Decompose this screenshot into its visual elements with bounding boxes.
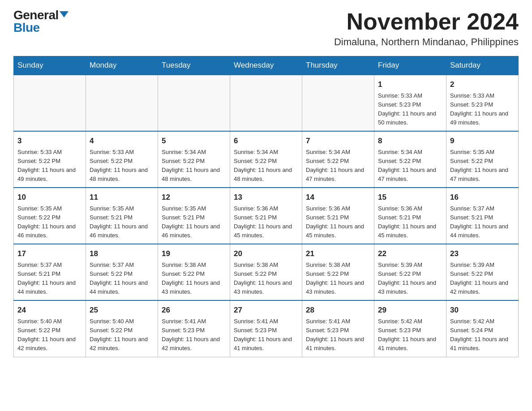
day-number: 17	[17, 248, 82, 260]
day-number: 9	[450, 135, 515, 147]
day-number: 28	[306, 304, 370, 316]
day-info: Sunrise: 5:33 AMSunset: 5:22 PMDaylight:…	[90, 148, 154, 184]
calendar-cell: 21Sunrise: 5:38 AMSunset: 5:22 PMDayligh…	[302, 244, 374, 300]
week-row-1: 1Sunrise: 5:33 AMSunset: 5:23 PMDaylight…	[14, 75, 519, 131]
header-friday: Friday	[374, 56, 446, 75]
header: General Blue November 2024 Dimaluna, Nor…	[13, 9, 519, 48]
week-row-3: 10Sunrise: 5:35 AMSunset: 5:22 PMDayligh…	[14, 188, 519, 244]
calendar-cell	[302, 75, 374, 131]
header-tuesday: Tuesday	[158, 56, 230, 75]
day-number: 2	[450, 79, 515, 90]
header-monday: Monday	[86, 56, 158, 75]
day-number: 10	[17, 192, 82, 203]
day-info: Sunrise: 5:41 AMSunset: 5:23 PMDaylight:…	[234, 317, 298, 353]
calendar-cell: 12Sunrise: 5:35 AMSunset: 5:21 PMDayligh…	[158, 188, 230, 244]
day-number: 24	[17, 304, 82, 316]
title-area: November 2024 Dimaluna, Northern Mindana…	[334, 9, 519, 48]
day-info: Sunrise: 5:41 AMSunset: 5:23 PMDaylight:…	[306, 317, 370, 353]
day-info: Sunrise: 5:35 AMSunset: 5:22 PMDaylight:…	[450, 148, 515, 184]
calendar-cell: 28Sunrise: 5:41 AMSunset: 5:23 PMDayligh…	[302, 300, 374, 357]
calendar-cell: 23Sunrise: 5:39 AMSunset: 5:22 PMDayligh…	[446, 244, 519, 300]
calendar-cell: 3Sunrise: 5:33 AMSunset: 5:22 PMDaylight…	[14, 131, 86, 188]
calendar-cell	[86, 75, 158, 131]
day-info: Sunrise: 5:42 AMSunset: 5:24 PMDaylight:…	[450, 317, 515, 353]
day-info: Sunrise: 5:36 AMSunset: 5:21 PMDaylight:…	[234, 204, 298, 240]
calendar-cell	[158, 75, 230, 131]
day-number: 29	[378, 304, 442, 316]
day-info: Sunrise: 5:37 AMSunset: 5:21 PMDaylight:…	[17, 261, 82, 297]
calendar-cell: 11Sunrise: 5:35 AMSunset: 5:21 PMDayligh…	[86, 188, 158, 244]
day-info: Sunrise: 5:33 AMSunset: 5:22 PMDaylight:…	[17, 148, 82, 184]
day-number: 1	[378, 79, 442, 90]
day-number: 22	[378, 248, 442, 260]
calendar-cell: 22Sunrise: 5:39 AMSunset: 5:22 PMDayligh…	[374, 244, 446, 300]
day-info: Sunrise: 5:35 AMSunset: 5:21 PMDaylight:…	[162, 204, 226, 240]
day-number: 15	[378, 192, 442, 203]
header-wednesday: Wednesday	[230, 56, 302, 75]
calendar-cell: 8Sunrise: 5:34 AMSunset: 5:22 PMDaylight…	[374, 131, 446, 188]
day-number: 14	[306, 192, 370, 203]
header-saturday: Saturday	[446, 56, 519, 75]
week-row-4: 17Sunrise: 5:37 AMSunset: 5:21 PMDayligh…	[14, 244, 519, 300]
logo-triangle-icon	[60, 11, 69, 17]
calendar-cell: 17Sunrise: 5:37 AMSunset: 5:21 PMDayligh…	[14, 244, 86, 300]
day-info: Sunrise: 5:36 AMSunset: 5:21 PMDaylight:…	[378, 204, 442, 240]
day-info: Sunrise: 5:42 AMSunset: 5:23 PMDaylight:…	[378, 317, 442, 353]
day-number: 12	[162, 192, 226, 203]
logo-blue: Blue	[13, 21, 40, 34]
calendar-cell	[14, 75, 86, 131]
day-info: Sunrise: 5:34 AMSunset: 5:22 PMDaylight:…	[378, 148, 442, 184]
calendar-cell: 5Sunrise: 5:34 AMSunset: 5:22 PMDaylight…	[158, 131, 230, 188]
week-row-2: 3Sunrise: 5:33 AMSunset: 5:22 PMDaylight…	[14, 131, 519, 188]
day-info: Sunrise: 5:34 AMSunset: 5:22 PMDaylight:…	[162, 148, 226, 184]
day-number: 25	[90, 304, 154, 316]
logo-general: General	[13, 9, 59, 21]
calendar-cell: 24Sunrise: 5:40 AMSunset: 5:22 PMDayligh…	[14, 300, 86, 357]
day-info: Sunrise: 5:36 AMSunset: 5:21 PMDaylight:…	[306, 204, 370, 240]
day-number: 18	[90, 248, 154, 260]
calendar-cell: 10Sunrise: 5:35 AMSunset: 5:22 PMDayligh…	[14, 188, 86, 244]
day-number: 16	[450, 192, 515, 203]
day-info: Sunrise: 5:37 AMSunset: 5:22 PMDaylight:…	[90, 261, 154, 297]
day-number: 30	[450, 304, 515, 316]
calendar-cell: 26Sunrise: 5:41 AMSunset: 5:23 PMDayligh…	[158, 300, 230, 357]
day-info: Sunrise: 5:35 AMSunset: 5:21 PMDaylight:…	[90, 204, 154, 240]
calendar-table: SundayMondayTuesdayWednesdayThursdayFrid…	[13, 56, 519, 357]
day-info: Sunrise: 5:37 AMSunset: 5:21 PMDaylight:…	[450, 204, 515, 240]
day-number: 20	[234, 248, 298, 260]
day-info: Sunrise: 5:40 AMSunset: 5:22 PMDaylight:…	[17, 317, 82, 353]
day-number: 13	[234, 192, 298, 203]
calendar-cell	[230, 75, 302, 131]
day-number: 19	[162, 248, 226, 260]
calendar-cell: 4Sunrise: 5:33 AMSunset: 5:22 PMDaylight…	[86, 131, 158, 188]
day-info: Sunrise: 5:38 AMSunset: 5:22 PMDaylight:…	[234, 261, 298, 297]
day-number: 27	[234, 304, 298, 316]
day-info: Sunrise: 5:40 AMSunset: 5:22 PMDaylight:…	[90, 317, 154, 353]
day-info: Sunrise: 5:34 AMSunset: 5:22 PMDaylight:…	[234, 148, 298, 184]
calendar-cell: 13Sunrise: 5:36 AMSunset: 5:21 PMDayligh…	[230, 188, 302, 244]
calendar-cell: 6Sunrise: 5:34 AMSunset: 5:22 PMDaylight…	[230, 131, 302, 188]
day-number: 21	[306, 248, 370, 260]
calendar-cell: 29Sunrise: 5:42 AMSunset: 5:23 PMDayligh…	[374, 300, 446, 357]
day-info: Sunrise: 5:38 AMSunset: 5:22 PMDaylight:…	[162, 261, 226, 297]
day-number: 26	[162, 304, 226, 316]
calendar-cell: 2Sunrise: 5:33 AMSunset: 5:23 PMDaylight…	[446, 75, 519, 131]
calendar-cell: 18Sunrise: 5:37 AMSunset: 5:22 PMDayligh…	[86, 244, 158, 300]
header-sunday: Sunday	[14, 56, 86, 75]
logo: General Blue	[13, 9, 69, 34]
calendar-cell: 30Sunrise: 5:42 AMSunset: 5:24 PMDayligh…	[446, 300, 519, 357]
day-number: 6	[234, 135, 298, 147]
calendar-header-row: SundayMondayTuesdayWednesdayThursdayFrid…	[14, 56, 519, 75]
day-number: 11	[90, 192, 154, 203]
location-title: Dimaluna, Northern Mindanao, Philippines	[334, 36, 519, 48]
calendar-cell: 19Sunrise: 5:38 AMSunset: 5:22 PMDayligh…	[158, 244, 230, 300]
calendar-cell: 16Sunrise: 5:37 AMSunset: 5:21 PMDayligh…	[446, 188, 519, 244]
calendar-cell: 9Sunrise: 5:35 AMSunset: 5:22 PMDaylight…	[446, 131, 519, 188]
day-number: 8	[378, 135, 442, 147]
day-info: Sunrise: 5:34 AMSunset: 5:22 PMDaylight:…	[306, 148, 370, 184]
header-thursday: Thursday	[302, 56, 374, 75]
calendar-cell: 7Sunrise: 5:34 AMSunset: 5:22 PMDaylight…	[302, 131, 374, 188]
calendar-cell: 25Sunrise: 5:40 AMSunset: 5:22 PMDayligh…	[86, 300, 158, 357]
day-info: Sunrise: 5:33 AMSunset: 5:23 PMDaylight:…	[450, 91, 515, 128]
day-info: Sunrise: 5:35 AMSunset: 5:22 PMDaylight:…	[17, 204, 82, 240]
